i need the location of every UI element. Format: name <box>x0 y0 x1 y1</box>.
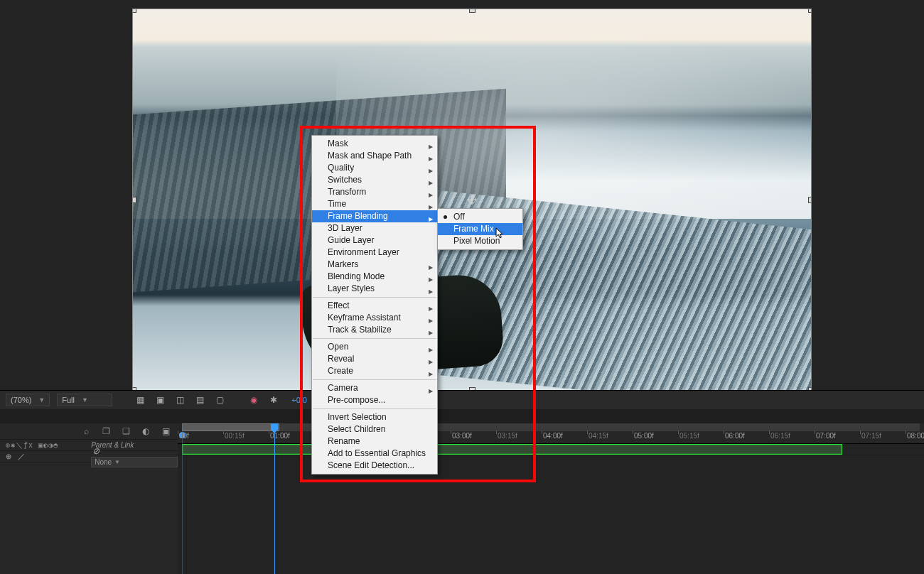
zero-marker <box>182 423 183 574</box>
menu-item-effect[interactable]: Effect <box>312 300 437 312</box>
menu-separator <box>313 297 436 298</box>
search-icon[interactable]: ⌕ <box>80 426 92 437</box>
resolution-value: Full <box>62 396 75 404</box>
track-row[interactable] <box>178 443 924 455</box>
menu-item-mask-and-shape-path[interactable]: Mask and Shape Path <box>312 150 437 162</box>
time-tick: 04:00f <box>542 432 587 443</box>
time-tick: 00f <box>178 432 223 443</box>
color-management-icon[interactable]: ◉ <box>247 394 260 406</box>
time-tick: 04:15f <box>587 432 633 443</box>
switches-column-header: ⊕✱＼ƒx ▣◐◑◓ <box>0 440 87 450</box>
pickwhip-icon[interactable]: ⊘ <box>91 445 100 457</box>
parent-dropdown[interactable]: None ▼ <box>91 457 178 467</box>
menu-item-reveal[interactable]: Reveal <box>312 353 437 365</box>
timeline-panel: ⌕ ❐ ❏ ◐ ▣ ⊕✱＼ƒx ▣◐◑◓ Parent & Link ⊕ ／ ⊘… <box>0 409 924 574</box>
time-tick: 00:15f <box>223 432 269 443</box>
chevron-down-icon: ▼ <box>82 396 88 404</box>
transform-handle[interactable] <box>132 197 136 203</box>
menu-separator <box>313 338 436 339</box>
channel-icon[interactable]: ▢ <box>213 394 226 406</box>
submenu-item-pixel-motion[interactable]: Pixel Motion <box>438 235 522 247</box>
menu-item-frame-blending[interactable]: Frame Blending <box>312 210 437 222</box>
parent-value: None <box>95 458 112 466</box>
menu-item-create[interactable]: Create <box>312 365 437 377</box>
preview-viewport[interactable] <box>132 9 812 391</box>
time-tick: 07:15f <box>860 432 906 443</box>
zoom-dropdown[interactable]: (70%) ▼ <box>6 394 50 406</box>
time-tick: 05:15f <box>678 432 724 443</box>
resolution-dropdown[interactable]: Full ▼ <box>57 394 112 406</box>
menu-item-invert-selection[interactable]: Invert Selection <box>312 411 437 423</box>
menu-item-select-children[interactable]: Select Children <box>312 423 437 435</box>
menu-item-environment-layer[interactable]: Environment Layer <box>312 247 437 259</box>
transform-handle[interactable] <box>808 197 812 203</box>
menu-item-markers[interactable]: Markers <box>312 259 437 271</box>
time-tick: 01:00f <box>269 432 314 443</box>
menu-item-time[interactable]: Time <box>312 198 437 210</box>
chevron-down-icon: ▼ <box>38 396 45 404</box>
menu-item-blending-mode[interactable]: Blending Mode <box>312 271 437 283</box>
time-tick: 07:00f <box>815 432 860 443</box>
composition-panel: (70%) ▼ Full ▼ ▦ ▣ ◫ ▤ ▢ ◉ ✱ +0.0 📷 👁 ⏱ <box>0 0 924 410</box>
check-dot-icon <box>444 215 447 219</box>
menu-item-camera[interactable]: Camera <box>312 382 437 394</box>
work-area-selection[interactable] <box>182 423 279 431</box>
menu-item-keyframe-assistant[interactable]: Keyframe Assistant <box>312 312 437 324</box>
mask-toggle-icon[interactable]: ▣ <box>154 394 166 406</box>
layer-panel: ⌕ ❐ ❏ ◐ ▣ ⊕✱＼ƒx ▣◐◑◓ Parent & Link ⊕ ／ ⊘… <box>0 423 178 574</box>
track-area: 00f00:15f01:00f02:15f03:00f03:15f04:00f0… <box>178 423 924 574</box>
layer-row[interactable]: ⊕ ／ ⊘ None ▼ <box>0 451 178 462</box>
work-area-bar[interactable] <box>182 423 920 431</box>
exposure-value[interactable]: +0.0 <box>287 394 311 406</box>
menu-item-switches[interactable]: Switches <box>312 174 437 186</box>
transparency-grid-icon[interactable]: ▦ <box>134 394 146 406</box>
transform-handle[interactable] <box>469 9 476 13</box>
time-tick: 06:15f <box>769 432 815 443</box>
menu-item-layer-styles[interactable]: Layer Styles <box>312 283 437 295</box>
transform-handle[interactable] <box>808 9 812 13</box>
menu-item-track-stabilize[interactable]: Track & Stabilize <box>312 324 437 336</box>
menu-separator <box>313 379 436 380</box>
submenu-item-frame-mix[interactable]: Frame Mix <box>438 223 522 235</box>
menu-item-rename[interactable]: Rename <box>312 435 437 448</box>
zoom-value: (70%) <box>11 396 31 404</box>
menu-item-pre-compose[interactable]: Pre-compose... <box>312 394 437 406</box>
menu-item-mask[interactable]: Mask <box>312 138 437 150</box>
time-tick: 08:00f <box>906 432 924 443</box>
layer-context-menu[interactable]: MaskMask and Shape PathQualitySwitchesTr… <box>311 135 438 475</box>
menu-item-scene-edit-detection[interactable]: Scene Edit Detection... <box>312 460 437 472</box>
motion-blur-icon[interactable]: ◐ <box>139 426 152 437</box>
time-tick: 03:00f <box>451 432 496 443</box>
time-tick: 03:15f <box>496 432 542 443</box>
timeline-tabstrip[interactable] <box>0 409 924 424</box>
playhead[interactable] <box>274 423 275 574</box>
menu-item-add-to-essential-graphics[interactable]: Add to Essential Graphics <box>312 448 437 460</box>
exposure-reset-icon[interactable]: ✱ <box>267 394 280 406</box>
tracks <box>178 443 924 574</box>
menu-item-quality[interactable]: Quality <box>312 162 437 174</box>
time-tick: 06:00f <box>724 432 769 443</box>
layer-toolbar: ⌕ ❐ ❏ ◐ ▣ <box>0 423 178 440</box>
frame-blend-icon[interactable]: ❏ <box>119 426 132 437</box>
menu-item-transform[interactable]: Transform <box>312 186 437 198</box>
shy-toggle-icon[interactable]: ❐ <box>100 426 112 437</box>
menu-separator <box>313 408 436 409</box>
layer-switch-icon[interactable]: ⊕ <box>6 453 12 460</box>
anchor-point-icon[interactable] <box>467 195 477 205</box>
layer-switch-icon[interactable]: ／ <box>18 453 26 460</box>
tick-row: 00f00:15f01:00f02:15f03:00f03:15f04:00f0… <box>178 432 924 443</box>
grid-guides-icon[interactable]: ▤ <box>193 394 206 406</box>
frame-blending-submenu[interactable]: OffFrame MixPixel Motion <box>437 208 523 250</box>
graph-editor-icon[interactable]: ▣ <box>159 426 172 437</box>
submenu-item-off[interactable]: Off <box>438 211 522 223</box>
region-of-interest-icon[interactable]: ◫ <box>173 394 186 406</box>
transform-handle[interactable] <box>132 9 136 13</box>
menu-item-3d-layer[interactable]: 3D Layer <box>312 222 437 234</box>
chevron-down-icon: ▼ <box>114 459 120 465</box>
time-ruler[interactable]: 00f00:15f01:00f02:15f03:00f03:15f04:00f0… <box>178 423 924 444</box>
time-tick: 05:00f <box>633 432 678 443</box>
menu-item-open[interactable]: Open <box>312 341 437 353</box>
preview-footer: (70%) ▼ Full ▼ ▦ ▣ ◫ ▤ ▢ ◉ ✱ +0.0 📷 👁 ⏱ <box>0 390 924 409</box>
layer-clip[interactable] <box>182 444 842 455</box>
menu-item-guide-layer[interactable]: Guide Layer <box>312 234 437 247</box>
